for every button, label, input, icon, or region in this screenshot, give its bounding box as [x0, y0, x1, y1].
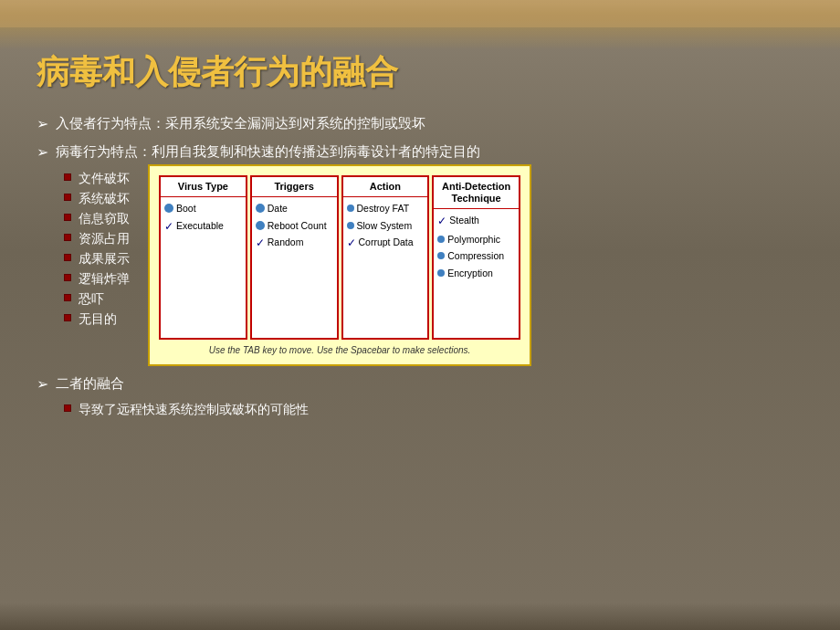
dot-icon-boot — [164, 204, 173, 213]
page-title: 病毒和入侵者行为的融合 — [37, 50, 813, 95]
top-decoration — [0, 0, 840, 50]
dot-icon-compression — [437, 252, 445, 259]
check-icon-executable: ✓ — [164, 220, 173, 233]
sub-bullet-2-3: 资源占用 — [64, 229, 130, 248]
diagram-header-antidetection: Anti-Detection Technique — [434, 177, 519, 209]
sub-bullet-icon-2-0 — [64, 173, 71, 181]
sub-bullets-3: 导致了远程快速系统控制或破坏的可能性 — [64, 400, 813, 419]
diagram-text-reboot: Reboot Count — [268, 220, 327, 232]
diagram-header-triggers: Triggers — [252, 177, 337, 197]
diagram-inner: Virus Type Boot ✓ Executable — [159, 175, 520, 340]
diagram-item-slowsystem: Slow System — [347, 220, 425, 232]
bullet-text-2: 病毒行为特点：利用自我复制和快速的传播达到病毒设计者的特定目的 — [56, 142, 480, 161]
bullet-text-1: 入侵者行为特点：采用系统安全漏洞达到对系统的控制或毁坏 — [56, 113, 425, 132]
diagram-text-boot: Boot — [176, 203, 196, 215]
diagram-body-antidetection: ✓ Stealth Polymorphic Compression — [434, 209, 519, 289]
diagram-item-stealth: ✓ Stealth — [437, 215, 515, 227]
diagram-text-corruptdata: Corrupt Data — [359, 236, 414, 248]
diagram-item-boot: Boot — [164, 203, 242, 215]
diagram-body-triggers: Date Reboot Count ✓ Random — [252, 197, 337, 261]
bullet-main-1: ➢ 入侵者行为特点：采用系统安全漏洞达到对系统的控制或毁坏 — [37, 113, 813, 134]
diagram-text-date: Date — [268, 203, 288, 215]
sub-bullet-text-2-3: 资源占用 — [79, 229, 130, 248]
check-icon-stealth: ✓ — [437, 215, 446, 227]
bullet-section-2: ➢ 病毒行为特点：利用自我复制和快速的传播达到病毒设计者的特定目的 文件破坏 系… — [37, 142, 813, 365]
sub-bullet-2-0: 文件破坏 — [64, 169, 130, 188]
main-content: 病毒和入侵者行为的融合 ➢ 入侵者行为特点：采用系统安全漏洞达到对系统的控制或毁… — [37, 50, 813, 603]
diagram-item-reboot: Reboot Count — [256, 220, 333, 232]
dot-icon-slowsystem — [347, 222, 354, 229]
virus-diagram: Virus Type Boot ✓ Executable — [148, 164, 531, 366]
diagram-item-random: ✓ Random — [256, 236, 333, 249]
bullet-arrow-1: ➢ — [37, 114, 48, 134]
diagram-text-stealth: Stealth — [449, 215, 479, 226]
two-col-layout: 文件破坏 系统破坏 信息窃取 资源占用 — [37, 169, 813, 366]
dot-icon-reboot — [256, 221, 265, 230]
sub-bullet-icon-2-3 — [64, 234, 71, 241]
bullet-section-3: ➢ 二者的融合 导致了远程快速系统控制或破坏的可能性 — [37, 373, 813, 419]
diagram-text-compression: Compression — [447, 250, 504, 262]
diagram-col-antidetection: Anti-Detection Technique ✓ Stealth Polym… — [432, 175, 520, 340]
sub-bullet-icon-2-4 — [64, 254, 71, 261]
diagram-col-action: Action Destroy FAT Slow System — [341, 175, 430, 340]
check-icon-corruptdata: ✓ — [347, 236, 356, 249]
diagram-text-encryption: Encryption — [447, 268, 493, 279]
dot-icon-destroyfat — [347, 205, 354, 212]
diagram-col-virustype: Virus Type Boot ✓ Executable — [159, 175, 247, 340]
sub-bullet-text-2-1: 系统破坏 — [79, 189, 130, 208]
bottom-decoration — [0, 603, 840, 630]
diagram-item-encryption: Encryption — [437, 268, 515, 279]
sub-bullet-2-2: 信息窃取 — [64, 209, 130, 228]
dot-icon-encryption — [437, 269, 445, 277]
diagram-item-polymorphic: Polymorphic — [437, 234, 515, 246]
sub-bullet-icon-2-5 — [64, 274, 71, 281]
sub-bullet-2-1: 系统破坏 — [64, 189, 130, 208]
diagram-text-destroyfat: Destroy FAT — [357, 203, 410, 215]
diagram-text-polymorphic: Polymorphic — [447, 234, 500, 246]
sub-bullet-2-6: 恐吓 — [64, 289, 130, 309]
sub-bullet-text-2-4: 成果展示 — [79, 249, 130, 268]
sub-bullet-text-2-5: 逻辑炸弹 — [79, 269, 130, 289]
sub-bullet-icon-2-6 — [64, 294, 71, 301]
sub-bullet-2-4: 成果展示 — [64, 249, 130, 268]
diagram-item-executable: ✓ Executable — [164, 220, 242, 233]
sub-bullet-icon-3-0 — [64, 404, 71, 412]
sub-bullet-3-0: 导致了远程快速系统控制或破坏的可能性 — [64, 400, 813, 419]
sub-bullets-col: 文件破坏 系统破坏 信息窃取 资源占用 — [37, 169, 130, 332]
sub-bullet-2-5: 逻辑炸弹 — [64, 269, 130, 289]
bullet-main-3: ➢ 二者的融合 — [37, 373, 813, 394]
sub-bullet-text-2-7: 无目的 — [79, 310, 117, 329]
sub-bullet-icon-2-7 — [64, 314, 71, 321]
diagram-text-slowsystem: Slow System — [357, 220, 413, 232]
sub-bullet-text-2-0: 文件破坏 — [79, 169, 130, 188]
check-icon-random: ✓ — [256, 236, 265, 249]
sub-bullet-icon-2-2 — [64, 214, 71, 221]
diagram-footer: Use the TAB key to move. Use the Spaceba… — [159, 345, 520, 355]
diagram-body-action: Destroy FAT Slow System ✓ Corrupt Data — [343, 197, 428, 261]
diagram-body-virustype: Boot ✓ Executable — [161, 197, 246, 244]
diagram-header-virustype: Virus Type — [161, 177, 246, 197]
diagram-col-triggers: Triggers Date Reboot Count ✓ — [250, 175, 339, 340]
bullet-main-2: ➢ 病毒行为特点：利用自我复制和快速的传播达到病毒设计者的特定目的 — [37, 142, 813, 163]
bullet-arrow-2: ➢ — [37, 142, 48, 163]
diagram-item-compression: Compression — [437, 250, 515, 262]
sub-bullets-2: 文件破坏 系统破坏 信息窃取 资源占用 — [64, 169, 130, 329]
sub-bullet-text-2-2: 信息窃取 — [79, 209, 130, 228]
diagram-header-action: Action — [343, 177, 428, 197]
sub-bullet-text-2-6: 恐吓 — [79, 289, 104, 309]
bullet-arrow-3: ➢ — [37, 374, 48, 394]
bullet-text-3: 二者的融合 — [56, 373, 124, 393]
diagram-item-destroyfat: Destroy FAT — [347, 203, 425, 215]
dot-icon-date — [256, 204, 265, 213]
dot-icon-polymorphic — [437, 236, 445, 243]
diagram-text-executable: Executable — [176, 220, 224, 232]
sub-bullet-2-7: 无目的 — [64, 310, 130, 329]
sub-bullet-icon-2-1 — [64, 194, 71, 201]
sub-bullet-text-3-0: 导致了远程快速系统控制或破坏的可能性 — [79, 400, 309, 419]
diagram-item-corruptdata: ✓ Corrupt Data — [347, 236, 425, 249]
bullet-section-1: ➢ 入侵者行为特点：采用系统安全漏洞达到对系统的控制或毁坏 — [37, 113, 813, 134]
diagram-item-date: Date — [256, 203, 333, 215]
diagram-text-random: Random — [268, 236, 304, 248]
